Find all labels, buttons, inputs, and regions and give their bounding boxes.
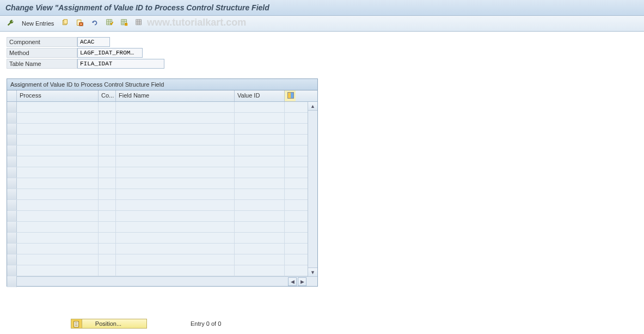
table-row[interactable]	[7, 200, 317, 211]
table-row[interactable]	[7, 113, 317, 124]
row-selector[interactable]	[7, 265, 17, 276]
cell-field-name[interactable]	[116, 167, 235, 178]
cell-value-id[interactable]	[235, 167, 285, 178]
cell-co[interactable]	[99, 145, 116, 156]
cell-co[interactable]	[99, 244, 116, 254]
table-row[interactable]	[7, 233, 317, 244]
cell-field-name[interactable]	[116, 189, 235, 199]
col-header-value-id[interactable]: Value ID	[235, 90, 285, 101]
cell-co[interactable]	[99, 200, 116, 210]
cell-field-name[interactable]	[116, 178, 235, 189]
row-selector[interactable]	[7, 211, 17, 221]
toggle-button[interactable]	[4, 18, 16, 29]
table-row[interactable]	[7, 145, 317, 156]
cell-field-name[interactable]	[116, 244, 235, 254]
cell-field-name[interactable]	[116, 233, 235, 243]
row-selector-header[interactable]	[7, 90, 17, 101]
cell-process[interactable]	[17, 265, 99, 276]
cell-co[interactable]	[99, 211, 116, 221]
delete-button[interactable]	[74, 18, 85, 29]
cell-process[interactable]	[17, 113, 99, 123]
cell-process[interactable]	[17, 145, 99, 156]
cell-co[interactable]	[99, 265, 116, 276]
row-selector[interactable]	[7, 222, 17, 232]
col-header-field-name[interactable]: Field Name	[116, 90, 235, 101]
cell-value-id[interactable]	[235, 200, 285, 210]
cell-value-id[interactable]	[235, 265, 285, 276]
col-header-co[interactable]: Co...	[99, 90, 116, 101]
scroll-down-icon[interactable]: ▼	[308, 268, 317, 276]
select-block-button[interactable]	[119, 18, 130, 29]
col-header-process[interactable]: Process	[17, 90, 99, 101]
cell-value-id[interactable]	[235, 211, 285, 221]
scroll-left-icon[interactable]: ◀	[288, 277, 297, 286]
row-selector[interactable]	[7, 244, 17, 254]
cell-process[interactable]	[17, 222, 99, 232]
row-selector[interactable]	[7, 200, 17, 210]
cell-field-name[interactable]	[116, 124, 235, 134]
cell-process[interactable]	[17, 189, 99, 199]
row-selector[interactable]	[7, 124, 17, 134]
table-row[interactable]	[7, 254, 317, 265]
table-name-field[interactable]	[77, 59, 164, 69]
cell-value-id[interactable]	[235, 254, 285, 265]
cell-process[interactable]	[17, 178, 99, 189]
cell-co[interactable]	[99, 124, 116, 134]
cell-value-id[interactable]	[235, 189, 285, 199]
cell-process[interactable]	[17, 254, 99, 265]
component-field[interactable]	[77, 37, 110, 47]
row-selector[interactable]	[7, 135, 17, 145]
cell-co[interactable]	[99, 178, 116, 189]
cell-process[interactable]	[17, 156, 99, 167]
row-selector[interactable]	[7, 233, 17, 243]
table-row[interactable]	[7, 135, 317, 145]
row-selector[interactable]	[7, 254, 17, 265]
cell-process[interactable]	[17, 244, 99, 254]
vertical-scrollbar[interactable]: ▲ ▼	[308, 102, 317, 276]
cell-co[interactable]	[99, 113, 116, 123]
cell-co[interactable]	[99, 189, 116, 199]
cell-process[interactable]	[17, 102, 99, 112]
table-row[interactable]	[7, 167, 317, 178]
cell-value-id[interactable]	[235, 178, 285, 189]
cell-co[interactable]	[99, 222, 116, 232]
cell-value-id[interactable]	[235, 233, 285, 243]
table-row[interactable]	[7, 265, 317, 276]
row-selector[interactable]	[7, 178, 17, 189]
position-button[interactable]: Position...	[71, 319, 147, 329]
configure-columns-button[interactable]	[285, 90, 296, 101]
cell-value-id[interactable]	[235, 244, 285, 254]
table-row[interactable]	[7, 222, 317, 233]
cell-co[interactable]	[99, 233, 116, 243]
deselect-all-button[interactable]	[133, 18, 145, 29]
cell-value-id[interactable]	[235, 124, 285, 134]
cell-co[interactable]	[99, 102, 116, 112]
cell-field-name[interactable]	[116, 254, 235, 265]
cell-co[interactable]	[99, 156, 116, 167]
table-row[interactable]	[7, 156, 317, 167]
row-selector[interactable]	[7, 113, 17, 123]
cell-process[interactable]	[17, 135, 99, 145]
cell-value-id[interactable]	[235, 222, 285, 232]
table-row[interactable]	[7, 244, 317, 254]
copy-button[interactable]	[59, 18, 71, 29]
cell-co[interactable]	[99, 167, 116, 178]
new-entries-button[interactable]: New Entries	[20, 18, 56, 29]
cell-field-name[interactable]	[116, 211, 235, 221]
cell-field-name[interactable]	[116, 145, 235, 156]
row-selector[interactable]	[7, 156, 17, 167]
cell-field-name[interactable]	[116, 200, 235, 210]
select-all-button[interactable]	[104, 18, 115, 29]
cell-field-name[interactable]	[116, 156, 235, 167]
cell-process[interactable]	[17, 167, 99, 178]
table-row[interactable]	[7, 211, 317, 222]
row-selector[interactable]	[7, 167, 17, 178]
table-row[interactable]	[7, 189, 317, 200]
undo-button[interactable]	[89, 18, 101, 29]
cell-field-name[interactable]	[116, 102, 235, 112]
table-row[interactable]	[7, 124, 317, 135]
cell-process[interactable]	[17, 124, 99, 134]
cell-process[interactable]	[17, 200, 99, 210]
cell-value-id[interactable]	[235, 113, 285, 123]
cell-process[interactable]	[17, 233, 99, 243]
